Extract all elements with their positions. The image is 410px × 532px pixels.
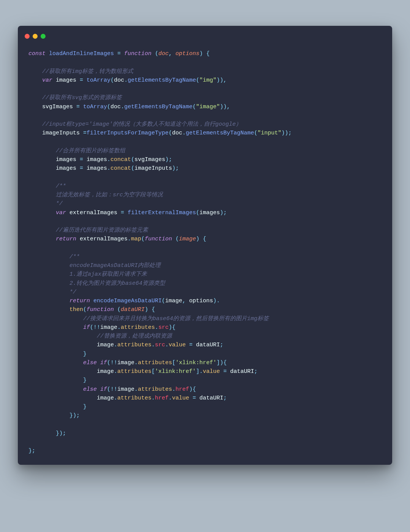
token-op: }); [56, 430, 66, 437]
token-cmt: //合并所有图片的标签数组 [56, 148, 125, 154]
token-op: ( [196, 210, 199, 216]
token-op: = [80, 165, 83, 172]
token-op: [ [151, 368, 155, 375]
token-op: { [206, 51, 210, 57]
token-op: . [124, 77, 128, 84]
token-op: }); [69, 412, 80, 419]
token-prop: src [158, 324, 169, 331]
token-cmt: 过滤无效标签，比如：src为空字段等情况 [56, 192, 163, 198]
token-call: attributes [138, 386, 172, 393]
token-op: . [155, 324, 158, 331]
token-op: ( [196, 77, 199, 84]
token-call: attributes [117, 368, 151, 375]
token-var: image [97, 395, 114, 401]
token-param: doc [158, 51, 169, 57]
token-var: doc [172, 130, 182, 136]
token-op: = [121, 210, 124, 216]
token-op: (!! [107, 360, 117, 366]
token-var: image [97, 342, 114, 348]
token-def: encodeImageAsDataURI [93, 298, 162, 304]
token-op: . [182, 130, 186, 136]
token-def: toArray [87, 77, 110, 84]
token-op: . [114, 368, 117, 375]
token-op: . [165, 342, 169, 348]
token-op: )) [216, 77, 223, 84]
token-op: = [76, 104, 80, 110]
token-cmt: */ [56, 200, 63, 207]
token-call: concat [110, 165, 131, 172]
token-op: } [83, 377, 87, 384]
token-op: ( [83, 306, 87, 313]
token-var: doc [110, 104, 121, 110]
token-var: image [117, 386, 134, 393]
token-op: { [151, 306, 155, 313]
token-op: = [189, 342, 192, 348]
token-op: . [107, 165, 110, 172]
token-var: images [56, 165, 76, 172]
token-op: , [169, 51, 172, 57]
token-op: ); [172, 165, 179, 172]
token-op: . [128, 236, 131, 242]
token-str: "image" [196, 104, 220, 110]
window-titlebar [18, 33, 392, 49]
token-call: attributes [138, 360, 172, 366]
token-var: image [165, 298, 182, 304]
token-kw: return [69, 298, 90, 304]
token-def: getElementsByTagName [186, 130, 254, 136]
token-call: then [69, 306, 83, 313]
token-op: . [151, 342, 155, 348]
token-def: getElementsByTagName [124, 104, 192, 110]
token-var: images [87, 156, 107, 163]
token-def: filterInputsForImageType [87, 130, 169, 136]
token-op: ( [117, 306, 121, 313]
token-var: dataURI [199, 395, 223, 401]
token-op: . [117, 324, 121, 331]
token-op: . [114, 395, 117, 401]
token-cmt: /** [56, 183, 66, 189]
token-op: { [203, 236, 206, 242]
token-op: }; [28, 448, 35, 454]
token-prop: href [155, 395, 169, 401]
token-def: loadAndInlineImages [49, 51, 114, 57]
token-cmt: 2.转化为图片资源为base64资源类型 [69, 280, 165, 287]
token-param: dataURI [121, 306, 145, 313]
token-call: value [172, 395, 189, 401]
token-var: dataURI [196, 342, 220, 348]
token-cmt: 1.通过ajax获取图片请求下来 [69, 271, 147, 278]
token-var: images [87, 165, 107, 172]
token-op: . [134, 360, 138, 366]
token-kw: else [83, 360, 97, 366]
token-op: ) [196, 236, 199, 242]
token-var: image [100, 324, 117, 331]
page-background: const loadAndInlineImages = function (do… [0, 0, 410, 532]
token-param: image [179, 236, 196, 242]
token-op: (!! [107, 386, 117, 393]
token-var: images [56, 77, 76, 84]
token-var: externalImages [69, 210, 117, 216]
token-op: ( [131, 165, 134, 172]
close-icon[interactable] [25, 34, 30, 39]
token-op: ){ [169, 324, 175, 331]
token-call: attributes [117, 342, 151, 348]
token-var: doc [114, 77, 124, 84]
minimize-icon[interactable] [33, 34, 38, 39]
token-op: . [172, 386, 175, 393]
token-kw: var [56, 210, 66, 216]
token-op: } [83, 351, 87, 357]
token-op: ( [175, 236, 179, 242]
token-op: )) [220, 104, 227, 110]
token-op: } [83, 404, 87, 410]
token-op: ). [213, 298, 220, 304]
token-op: = [80, 156, 83, 163]
token-op: )); [281, 130, 292, 136]
zoom-icon[interactable] [41, 34, 46, 39]
token-op: ( [162, 298, 165, 304]
token-cmt: //获取所有img标签，转为数组形式 [42, 68, 133, 75]
token-prop: href [175, 386, 189, 393]
token-str: 'xlink:href' [175, 360, 216, 366]
token-op: = [83, 130, 87, 136]
token-op: ) [199, 51, 203, 57]
token-op: ( [131, 156, 134, 163]
token-kw: if [100, 386, 107, 393]
token-var: dataURI [230, 368, 254, 375]
